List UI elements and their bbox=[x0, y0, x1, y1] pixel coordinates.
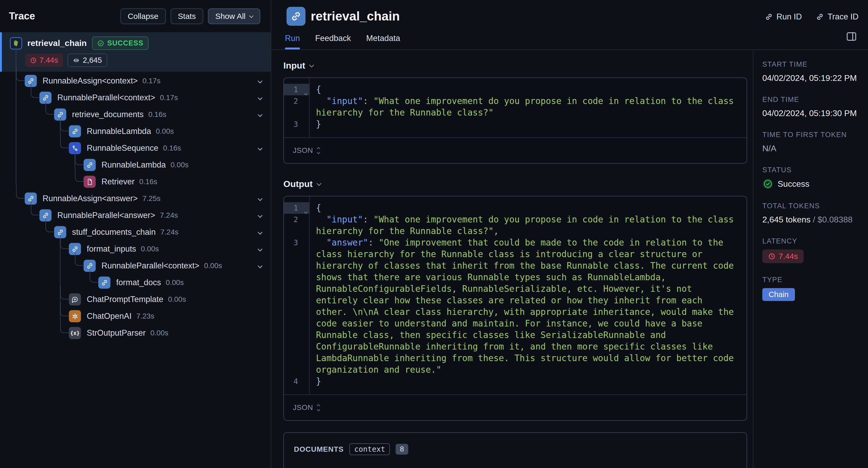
chevron-down-icon[interactable] bbox=[258, 95, 262, 100]
tree-row-chatprompttemplate[interactable]: ChatPromptTemplate 0.00s bbox=[0, 291, 271, 308]
trace-panel-header: Trace Collapse Stats Show All bbox=[0, 0, 271, 32]
tree-elbow bbox=[60, 134, 69, 148]
chevron-down-icon[interactable] bbox=[258, 213, 262, 218]
time-to-first-token-field: TIME TO FIRST TOKEN N/A bbox=[762, 131, 862, 154]
context-key-badge: context bbox=[349, 443, 390, 455]
tree-row-format-docs[interactable]: format_docs 0.00s bbox=[0, 274, 271, 291]
check-circle-icon bbox=[97, 40, 104, 47]
clock-icon bbox=[768, 253, 775, 260]
stats-button[interactable]: Stats bbox=[170, 8, 203, 24]
run-tabs: Run Feedback Metadata bbox=[285, 34, 400, 49]
chevron-down-icon bbox=[317, 181, 321, 186]
input-section-header[interactable]: Input bbox=[283, 60, 747, 71]
chevron-down-icon bbox=[309, 63, 314, 67]
trace-toolbar: Collapse Stats Show All bbox=[120, 8, 260, 24]
tree-elbow bbox=[16, 67, 25, 81]
run-header: retrieval_chain Run ID Trace ID Run Feed… bbox=[271, 0, 868, 50]
tab-metadata[interactable]: Metadata bbox=[366, 34, 400, 49]
parrot-icon bbox=[10, 37, 22, 49]
tree-row-runnableassign-answer[interactable]: RunnableAssign<answer> 7.25s bbox=[0, 190, 271, 207]
root-run-name: retrieval_chain bbox=[27, 38, 87, 48]
retriever-document-icon bbox=[84, 176, 96, 188]
chain-icon bbox=[84, 159, 96, 171]
page-title: retrieval_chain bbox=[311, 9, 400, 23]
input-code-block: 1 { 2 "input": "What one improvement do … bbox=[283, 77, 747, 164]
run-id-button[interactable]: Run ID bbox=[765, 12, 802, 22]
chain-icon bbox=[98, 276, 111, 289]
chevron-down-icon[interactable] bbox=[258, 112, 262, 117]
chevron-down-icon[interactable] bbox=[258, 146, 262, 151]
gutter-divider bbox=[309, 78, 310, 137]
status-field: STATUS Success bbox=[762, 166, 862, 189]
start-time-field: START TIME 04/02/2024, 05:19:22 PM bbox=[762, 60, 862, 83]
input-format-selector[interactable]: JSON bbox=[284, 137, 747, 163]
chain-icon bbox=[286, 7, 306, 26]
tree-elbow bbox=[75, 168, 84, 182]
chevron-down-icon[interactable] bbox=[258, 196, 262, 201]
tree-elbow bbox=[60, 235, 69, 249]
tree-row-runnableparallel-answer[interactable]: RunnableParallel<answer> 7.24s bbox=[0, 207, 271, 224]
type-field: TYPE Chain bbox=[762, 276, 862, 301]
tree-elbow bbox=[45, 101, 54, 114]
latency-field: LATENCY 7.44s bbox=[762, 237, 862, 263]
link-icon bbox=[816, 13, 824, 21]
clock-icon bbox=[30, 57, 37, 64]
code-line: 1 { bbox=[284, 202, 747, 214]
tree-elbow bbox=[60, 118, 69, 131]
total-tokens-field: TOTAL TOKENS 2,645 tokens / $0.08388 bbox=[762, 202, 862, 225]
collapse-button[interactable]: Collapse bbox=[120, 8, 166, 24]
prompt-template-icon bbox=[69, 293, 81, 305]
status-badge: SUCCESS bbox=[92, 36, 149, 50]
tree-row-runnablesequence[interactable]: RunnableSequence 0.16s bbox=[0, 140, 271, 157]
chevron-down-icon[interactable] bbox=[258, 263, 262, 268]
sort-arrows-icon bbox=[317, 147, 320, 154]
documents-heading: DOCUMENTS bbox=[294, 445, 344, 454]
tab-feedback[interactable]: Feedback bbox=[315, 34, 351, 49]
chevron-down-icon[interactable] bbox=[258, 230, 262, 235]
documents-count-badge: 8 bbox=[396, 444, 408, 455]
tree-elbow bbox=[60, 320, 69, 333]
success-check-icon bbox=[762, 178, 773, 189]
tree-row-retrieve-documents[interactable]: retrieve_documents 0.16s bbox=[0, 106, 271, 123]
tree-elbow bbox=[90, 269, 98, 282]
sort-arrows-icon bbox=[317, 405, 320, 411]
show-all-dropdown[interactable]: Show All bbox=[208, 8, 260, 24]
output-format-selector[interactable]: JSON bbox=[284, 395, 747, 420]
tokens-badge: 2,645 bbox=[67, 54, 107, 67]
code-line: 3 "answer": "One improvement that could … bbox=[284, 237, 747, 375]
code-line: 1 { bbox=[284, 84, 747, 95]
tree-elbow bbox=[31, 202, 39, 215]
chevron-down-icon[interactable] bbox=[258, 78, 262, 83]
tree-row-runnableassign-context[interactable]: RunnableAssign<context> 0.17s bbox=[0, 72, 271, 89]
gutter-divider bbox=[309, 196, 310, 395]
code-line: 2 "input": "What one improvement do you … bbox=[284, 95, 747, 119]
panel-toggle-icon[interactable] bbox=[845, 30, 858, 42]
tab-run[interactable]: Run bbox=[285, 34, 300, 49]
chevron-down-icon[interactable] bbox=[258, 246, 262, 251]
tree-row-runnablelambda-1[interactable]: RunnableLambda 0.00s bbox=[0, 123, 271, 140]
tree-row-retriever[interactable]: Retriever 0.16s bbox=[0, 173, 271, 190]
tree-row-runnableparallel-context-2[interactable]: RunnableParallel<context> 0.00s bbox=[0, 257, 271, 274]
parser-icon: {x} bbox=[69, 327, 81, 339]
tree-row-stuff-documents-chain[interactable]: stuff_documents_chain 7.24s bbox=[0, 224, 271, 241]
tree-elbow bbox=[31, 84, 39, 98]
trace-id-button[interactable]: Trace ID bbox=[816, 12, 859, 22]
tree-row-stroutputparser[interactable]: {x} StrOutputParser 0.00s bbox=[0, 325, 271, 341]
openai-icon bbox=[69, 310, 81, 322]
token-cost: / $0.08388 bbox=[810, 215, 852, 224]
tree-row-root-retrieval-chain[interactable]: retrieval_chain SUCCESS 7.44s 2,645 bbox=[0, 32, 271, 72]
documents-card: DOCUMENTS context 8 For example, .. code… bbox=[283, 432, 747, 468]
chevron-down-icon bbox=[249, 13, 254, 18]
tree-elbow bbox=[75, 252, 84, 266]
tree-elbow bbox=[16, 185, 25, 199]
chain-icon bbox=[69, 125, 81, 137]
latency-badge: 7.44s bbox=[762, 249, 804, 263]
tree-row-runnablelambda-2[interactable]: RunnableLambda 0.00s bbox=[0, 157, 271, 173]
tree-elbow bbox=[75, 151, 84, 165]
run-detail-panel: Input 1 { 2 "input": "What one improveme… bbox=[271, 51, 753, 468]
tree-row-runnableparallel-context[interactable]: RunnableParallel<context> 0.17s bbox=[0, 89, 271, 106]
tree-elbow bbox=[60, 303, 69, 316]
output-section-header[interactable]: Output bbox=[283, 179, 747, 189]
tree-row-format-inputs[interactable]: format_inputs 0.00s bbox=[0, 241, 271, 257]
tree-row-chatopenai[interactable]: ChatOpenAI 7.23s bbox=[0, 308, 271, 325]
